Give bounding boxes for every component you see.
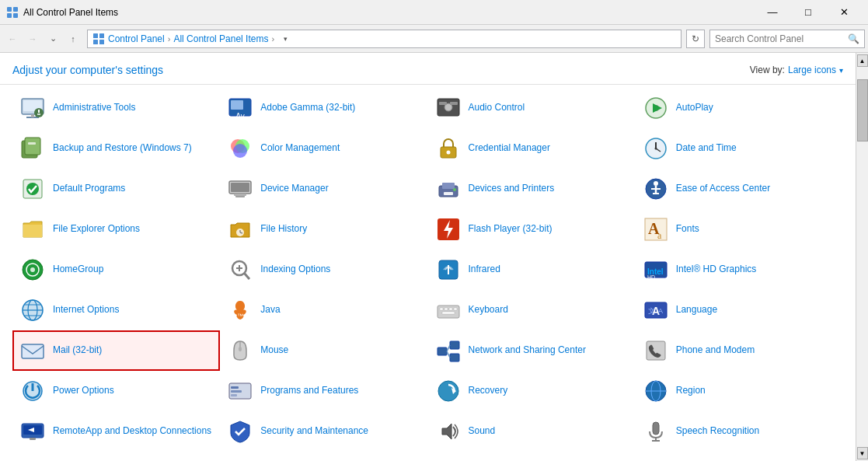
indexing-options-icon [228,257,253,282]
homegroup-icon [20,257,45,282]
close-button[interactable]: ✕ [826,0,862,25]
dropdown-button[interactable]: ⌄ [44,30,62,48]
default-programs-label: Default Programs [53,183,125,195]
mouse-label: Mouse [260,344,288,357]
speech-recognition-icon [643,419,668,444]
internet-options-label: Internet Options [53,304,119,316]
svg-rect-101 [231,386,239,389]
address-dropdown-button[interactable]: ▾ [277,30,293,48]
item-credential-manager[interactable]: Credential Manager [428,128,636,169]
svg-point-48 [654,181,658,186]
navigation-bar: ← → ⌄ ↑ Control Panel › All Control Pane… [0,25,868,53]
search-input[interactable] [715,33,848,44]
item-flash-player[interactable]: Flash Player (32-bit) [428,209,636,250]
svg-rect-81 [440,308,443,310]
fonts-label: Fonts [676,223,699,236]
item-indexing-options[interactable]: Indexing Options [220,250,427,290]
item-administrative-tools[interactable]: Administrative Tools [12,88,220,128]
recovery-icon [436,379,461,403]
item-keyboard[interactable]: Keyboard [428,290,636,330]
minimize-button[interactable]: — [755,0,790,25]
devices-printers-icon [436,176,461,201]
svg-rect-114 [653,422,659,435]
address-part-2[interactable]: All Control Panel Items [173,33,268,44]
adobe-gamma-icon: Aγ [228,96,253,120]
administrative-tools-label: Administrative Tools [53,102,136,114]
address-sep-2: › [271,34,274,44]
back-button[interactable]: ← [3,30,22,48]
scrollbar-thumb[interactable] [857,79,868,141]
backup-restore-label: Backup and Restore (Windows 7) [53,142,192,155]
item-region[interactable]: Region [636,371,843,411]
item-speech-recognition[interactable]: Speech Recognition [636,411,843,452]
scrollbar-down-arrow[interactable]: ▼ [857,447,868,459]
item-file-explorer-options[interactable]: File Explorer Options [12,209,220,250]
svg-rect-6 [93,40,98,44]
svg-rect-93 [437,347,447,355]
item-default-programs[interactable]: Default Programs [12,169,220,209]
item-autoplay[interactable]: AutoPlay [636,88,843,128]
item-file-history[interactable]: File History [220,209,427,250]
item-recovery[interactable]: Recovery [428,371,636,411]
keyboard-icon [436,298,461,323]
item-phone-modem[interactable]: Phone and Modem [636,330,843,371]
autoplay-label: AutoPlay [676,102,713,114]
date-time-label: Date and Time [676,142,737,155]
item-mouse[interactable]: Mouse [220,330,427,371]
item-backup-restore[interactable]: Backup and Restore (Windows 7) [12,128,220,169]
svg-rect-83 [449,308,452,310]
adobe-gamma-label: Adobe Gamma (32-bit) [260,102,355,114]
address-part-1[interactable]: Control Panel [108,33,165,44]
up-button[interactable]: ↑ [64,30,82,48]
svg-rect-94 [450,341,459,349]
item-sound[interactable]: Sound [428,411,636,452]
item-programs-features[interactable]: Programs and Features [220,371,427,411]
backup-restore-icon [20,136,45,161]
color-management-icon [228,136,253,161]
device-manager-label: Device Manager [260,183,328,195]
svg-rect-3 [13,13,18,18]
forward-button[interactable]: → [23,30,42,48]
item-mail[interactable]: Mail (32-bit) [12,330,220,371]
item-internet-options[interactable]: Internet Options [12,290,220,330]
scrollbar-up-arrow[interactable]: ▲ [857,54,868,67]
item-intel-hd-graphics[interactable]: IntelHDIntel® HD Graphics [636,250,843,290]
item-network-sharing[interactable]: Network and Sharing Center [428,330,636,371]
view-by-arrow-icon[interactable]: ▾ [839,66,843,75]
item-adobe-gamma[interactable]: AγAdobe Gamma (32-bit) [220,88,427,128]
item-ease-of-access[interactable]: Ease of Access Center [636,169,843,209]
refresh-button[interactable]: ↻ [686,30,705,48]
search-icon: 🔍 [848,33,859,44]
restore-button[interactable]: □ [790,0,826,25]
address-bar: Control Panel › All Control Panel Items … [87,30,682,48]
svg-point-36 [654,148,657,150]
svg-rect-27 [28,142,36,145]
device-manager-icon [228,176,253,201]
header-row: Adjust your computer's settings View by:… [0,53,856,84]
item-homegroup[interactable]: HomeGroup [12,250,220,290]
svg-rect-40 [231,183,249,192]
item-fonts[interactable]: AaFonts [636,209,843,250]
adjust-settings-text: Adjust your computer's settings [12,64,163,76]
homegroup-label: HomeGroup [53,264,103,276]
item-security-maintenance[interactable]: Security and Maintenance [220,411,427,452]
devices-printers-label: Devices and Printers [469,183,555,195]
default-programs-icon [20,176,45,201]
item-devices-printers[interactable]: Devices and Printers [428,169,636,209]
svg-rect-26 [25,138,40,155]
item-audio-control[interactable]: Audio Control [428,88,636,128]
item-color-management[interactable]: Color Management [220,128,427,169]
item-infrared[interactable]: Infrared [428,250,636,290]
item-power-options[interactable]: Power Options [12,371,220,411]
item-language[interactable]: A文ALanguage [636,290,843,330]
item-java[interactable]: ™Java [220,290,427,330]
security-maintenance-label: Security and Maintenance [260,425,368,438]
item-remoteapp[interactable]: RemoteApp and Desktop Connections [12,411,220,452]
mail-icon [20,338,45,363]
internet-options-icon [20,298,45,323]
svg-rect-90 [22,344,44,358]
item-device-manager[interactable]: Device Manager [220,169,427,209]
outer-wrapper: Adjust your computer's settings View by:… [0,53,868,461]
view-by-value[interactable]: Large icons [788,65,836,75]
item-date-time[interactable]: Date and Time [636,128,843,169]
